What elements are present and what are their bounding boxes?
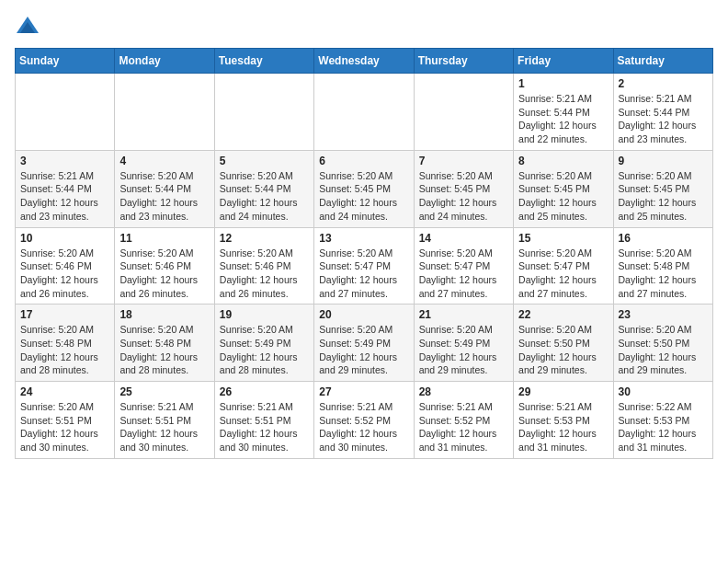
weekday-header-row: SundayMondayTuesdayWednesdayThursdayFrid…	[16, 49, 713, 74]
day-info: Sunrise: 5:22 AMSunset: 5:53 PMDaylight:…	[619, 400, 708, 454]
day-number: 18	[119, 308, 209, 321]
day-number: 21	[419, 308, 508, 321]
day-number: 20	[319, 308, 408, 321]
calendar-cell: 4Sunrise: 5:20 AMSunset: 5:44 PMDaylight…	[115, 150, 214, 227]
day-info: Sunrise: 5:20 AMSunset: 5:49 PMDaylight:…	[220, 323, 309, 377]
calendar-week-5: 24Sunrise: 5:20 AMSunset: 5:51 PMDayligh…	[16, 382, 713, 459]
day-number: 27	[319, 385, 408, 398]
calendar-cell: 20Sunrise: 5:20 AMSunset: 5:49 PMDayligh…	[314, 304, 414, 382]
calendar-cell: 2Sunrise: 5:21 AMSunset: 5:44 PMDaylight…	[613, 74, 712, 151]
day-number: 23	[619, 308, 708, 321]
day-number: 8	[518, 155, 608, 167]
calendar-week-1: 1Sunrise: 5:21 AMSunset: 5:44 PMDaylight…	[16, 74, 713, 151]
day-info: Sunrise: 5:20 AMSunset: 5:47 PMDaylight:…	[518, 247, 608, 301]
calendar-cell: 17Sunrise: 5:20 AMSunset: 5:48 PMDayligh…	[16, 304, 115, 382]
calendar-cell: 1Sunrise: 5:21 AMSunset: 5:44 PMDaylight…	[514, 74, 613, 151]
calendar-cell: 19Sunrise: 5:20 AMSunset: 5:49 PMDayligh…	[214, 304, 313, 382]
calendar-cell: 26Sunrise: 5:21 AMSunset: 5:51 PMDayligh…	[214, 382, 313, 459]
calendar-cell	[414, 74, 513, 151]
day-info: Sunrise: 5:20 AMSunset: 5:45 PMDaylight:…	[419, 169, 508, 224]
calendar-cell: 5Sunrise: 5:20 AMSunset: 5:44 PMDaylight…	[214, 150, 313, 227]
calendar-cell: 25Sunrise: 5:21 AMSunset: 5:51 PMDayligh…	[115, 382, 214, 459]
calendar-cell: 7Sunrise: 5:20 AMSunset: 5:45 PMDaylight…	[414, 150, 513, 227]
day-number: 28	[419, 385, 508, 398]
day-info: Sunrise: 5:20 AMSunset: 5:44 PMDaylight:…	[220, 169, 309, 224]
day-number: 3	[20, 155, 109, 167]
day-info: Sunrise: 5:20 AMSunset: 5:46 PMDaylight:…	[119, 247, 209, 301]
day-info: Sunrise: 5:21 AMSunset: 5:52 PMDaylight:…	[419, 400, 508, 454]
day-number: 5	[220, 155, 309, 167]
calendar-cell: 10Sunrise: 5:20 AMSunset: 5:46 PMDayligh…	[16, 227, 115, 304]
day-number: 7	[419, 155, 508, 167]
calendar-week-2: 3Sunrise: 5:21 AMSunset: 5:44 PMDaylight…	[16, 150, 713, 227]
day-number: 10	[20, 232, 109, 245]
calendar-body: 1Sunrise: 5:21 AMSunset: 5:44 PMDaylight…	[16, 74, 713, 459]
calendar-cell: 14Sunrise: 5:20 AMSunset: 5:47 PMDayligh…	[414, 227, 513, 304]
day-info: Sunrise: 5:21 AMSunset: 5:44 PMDaylight:…	[20, 169, 109, 224]
day-number: 14	[419, 232, 508, 245]
calendar-cell	[214, 74, 313, 151]
weekday-monday: Monday	[115, 49, 214, 74]
day-number: 6	[319, 155, 408, 167]
day-number: 11	[119, 232, 209, 245]
calendar-cell: 11Sunrise: 5:20 AMSunset: 5:46 PMDayligh…	[115, 227, 214, 304]
calendar-cell	[16, 74, 115, 151]
weekday-tuesday: Tuesday	[214, 49, 313, 74]
calendar-cell: 15Sunrise: 5:20 AMSunset: 5:47 PMDayligh…	[514, 227, 613, 304]
day-number: 13	[319, 232, 408, 245]
day-number: 29	[518, 385, 608, 398]
day-info: Sunrise: 5:21 AMSunset: 5:53 PMDaylight:…	[518, 400, 608, 454]
calendar-cell: 18Sunrise: 5:20 AMSunset: 5:48 PMDayligh…	[115, 304, 214, 382]
day-info: Sunrise: 5:21 AMSunset: 5:52 PMDaylight:…	[319, 400, 408, 454]
weekday-wednesday: Wednesday	[314, 49, 414, 74]
calendar-cell: 23Sunrise: 5:20 AMSunset: 5:50 PMDayligh…	[613, 304, 712, 382]
calendar-cell: 24Sunrise: 5:20 AMSunset: 5:51 PMDayligh…	[16, 382, 115, 459]
day-info: Sunrise: 5:20 AMSunset: 5:48 PMDaylight:…	[119, 323, 209, 377]
day-number: 19	[220, 308, 309, 321]
calendar-cell: 6Sunrise: 5:20 AMSunset: 5:45 PMDaylight…	[314, 150, 414, 227]
day-info: Sunrise: 5:20 AMSunset: 5:47 PMDaylight:…	[319, 247, 408, 301]
calendar-cell: 21Sunrise: 5:20 AMSunset: 5:49 PMDayligh…	[414, 304, 513, 382]
calendar-cell	[115, 74, 214, 151]
calendar-cell: 9Sunrise: 5:20 AMSunset: 5:45 PMDaylight…	[613, 150, 712, 227]
calendar-cell: 28Sunrise: 5:21 AMSunset: 5:52 PMDayligh…	[414, 382, 513, 459]
day-number: 1	[518, 77, 608, 90]
calendar-week-4: 17Sunrise: 5:20 AMSunset: 5:48 PMDayligh…	[16, 304, 713, 382]
calendar-cell: 13Sunrise: 5:20 AMSunset: 5:47 PMDayligh…	[314, 227, 414, 304]
weekday-friday: Friday	[514, 49, 613, 74]
day-info: Sunrise: 5:21 AMSunset: 5:44 PMDaylight:…	[619, 92, 708, 146]
day-number: 12	[220, 232, 309, 245]
day-info: Sunrise: 5:20 AMSunset: 5:46 PMDaylight:…	[220, 247, 309, 301]
day-info: Sunrise: 5:20 AMSunset: 5:50 PMDaylight:…	[518, 323, 608, 377]
calendar-cell: 29Sunrise: 5:21 AMSunset: 5:53 PMDayligh…	[514, 382, 613, 459]
weekday-thursday: Thursday	[414, 49, 513, 74]
day-info: Sunrise: 5:20 AMSunset: 5:51 PMDaylight:…	[20, 400, 109, 454]
logo-icon	[15, 15, 40, 40]
day-number: 22	[518, 308, 608, 321]
weekday-saturday: Saturday	[613, 49, 712, 74]
logo	[15, 15, 44, 40]
day-number: 24	[20, 385, 109, 398]
day-number: 4	[119, 155, 209, 167]
day-info: Sunrise: 5:20 AMSunset: 5:47 PMDaylight:…	[419, 247, 508, 301]
calendar-table: SundayMondayTuesdayWednesdayThursdayFrid…	[15, 48, 713, 459]
day-number: 2	[619, 77, 708, 90]
calendar-cell: 8Sunrise: 5:20 AMSunset: 5:45 PMDaylight…	[514, 150, 613, 227]
calendar-cell: 30Sunrise: 5:22 AMSunset: 5:53 PMDayligh…	[613, 382, 712, 459]
calendar-cell: 3Sunrise: 5:21 AMSunset: 5:44 PMDaylight…	[16, 150, 115, 227]
day-number: 16	[619, 232, 708, 245]
calendar-cell: 27Sunrise: 5:21 AMSunset: 5:52 PMDayligh…	[314, 382, 414, 459]
calendar-cell: 22Sunrise: 5:20 AMSunset: 5:50 PMDayligh…	[514, 304, 613, 382]
day-number: 15	[518, 232, 608, 245]
weekday-sunday: Sunday	[16, 49, 115, 74]
day-number: 9	[619, 155, 708, 167]
day-info: Sunrise: 5:20 AMSunset: 5:45 PMDaylight:…	[619, 169, 708, 224]
day-number: 30	[619, 385, 708, 398]
day-info: Sunrise: 5:20 AMSunset: 5:46 PMDaylight:…	[20, 247, 109, 301]
day-info: Sunrise: 5:20 AMSunset: 5:48 PMDaylight:…	[619, 247, 708, 301]
day-info: Sunrise: 5:20 AMSunset: 5:49 PMDaylight:…	[419, 323, 508, 377]
page-header	[15, 15, 713, 40]
day-info: Sunrise: 5:20 AMSunset: 5:48 PMDaylight:…	[20, 323, 109, 377]
calendar-cell: 12Sunrise: 5:20 AMSunset: 5:46 PMDayligh…	[214, 227, 313, 304]
day-info: Sunrise: 5:21 AMSunset: 5:51 PMDaylight:…	[220, 400, 309, 454]
